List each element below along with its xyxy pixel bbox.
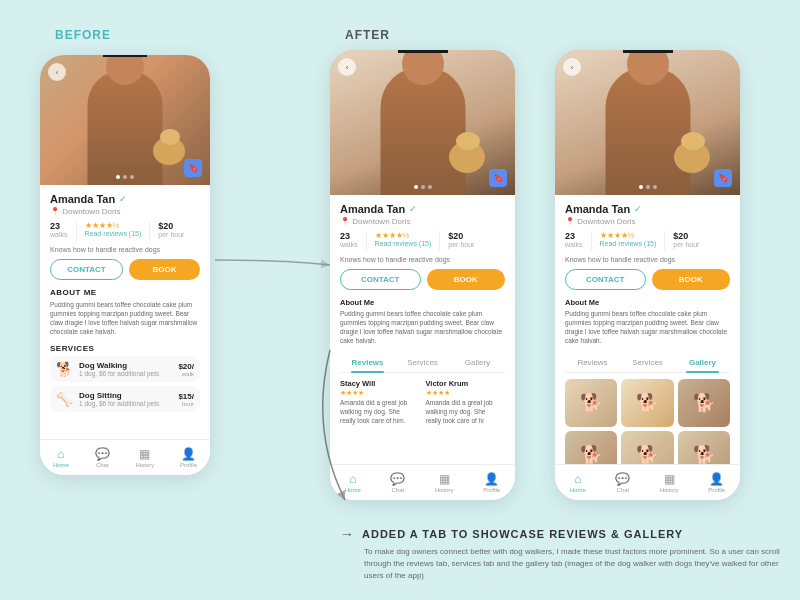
profile-name-after1: Amanda Tan: [340, 203, 405, 215]
verified-icon-after2: ✓: [634, 204, 642, 214]
nav-chat-before[interactable]: 💬 Chat: [95, 447, 110, 468]
nav-profile-after2[interactable]: 👤 Profile: [708, 472, 725, 493]
location-after1: 📍 Downtown Doris: [340, 217, 505, 226]
about-text-before: Pudding gummi bears toffee chocolate cak…: [50, 300, 200, 336]
tab-reviews-after1[interactable]: Reviews: [340, 353, 395, 372]
about-title-before: ABOUT ME: [50, 288, 200, 297]
back-button-before[interactable]: ‹: [48, 63, 66, 81]
bottom-nav-after2: ⌂ Home 💬 Chat ▦ History 👤 Profile: [555, 464, 740, 500]
gallery-item-5: [621, 431, 673, 464]
service-card-sitting: 🦴 Dog Sitting 1 dog, $6 for additional p…: [50, 386, 200, 412]
home-icon-after1: ⌂: [349, 472, 356, 486]
home-icon-before: ⌂: [57, 447, 64, 461]
gallery-item-6: [678, 431, 730, 464]
service-name-sitting: Dog Sitting: [79, 391, 172, 400]
home-icon-after2: ⌂: [574, 472, 581, 486]
nav-profile-after1[interactable]: 👤 Profile: [483, 472, 500, 493]
btn-row-before: CONTACT BOOK: [50, 259, 200, 280]
book-button-after1[interactable]: BOOK: [427, 269, 506, 290]
profile-icon-after1: 👤: [484, 472, 499, 486]
service-sub-sitting: 1 dog, $6 for additional pets: [79, 400, 172, 407]
gallery-item-2: [621, 379, 673, 427]
profile-photo-after2: ‹ 🔖: [555, 50, 740, 195]
phone-after1: ‹ 🔖 Amanda Tan ✓ 📍 Downtown Doris 23 wal…: [330, 50, 515, 500]
service-sub-walking: 1 dog, $6 for additional pets: [79, 370, 172, 377]
location-after2: 📍 Downtown Doris: [565, 217, 730, 226]
profile-photo-before: ‹ 🔖: [40, 55, 210, 185]
btn-row-after1: CONTACT BOOK: [340, 269, 505, 290]
gallery-item-3: [678, 379, 730, 427]
phone-before: ‹ 🔖 Amanda Tan ✓ 📍 Downtown Doris 23 wal…: [40, 55, 210, 475]
dog-sitting-icon: 🦴: [56, 391, 73, 407]
nav-chat-after1[interactable]: 💬 Chat: [390, 472, 405, 493]
verified-icon-before: ✓: [119, 194, 127, 204]
services-title-before: SERVICES: [50, 344, 200, 353]
nav-history-after1[interactable]: ▦ History: [435, 472, 454, 493]
phone-after2: ‹ 🔖 Amanda Tan ✓ 📍 Downtown Doris 23 wal…: [555, 50, 740, 500]
verified-icon-after1: ✓: [409, 204, 417, 214]
bottom-nav-before: ⌂ Home 💬 Chat ▦ History 👤 Profile: [40, 439, 210, 475]
photo-dots-before: [116, 175, 134, 179]
knows-text-after2: Knows how to handle reactive dogs: [565, 256, 730, 263]
annotation-arrow-row: → ADDED A TAB TO SHOWCASE REVIEWS & GALL…: [340, 526, 780, 542]
nav-home-after1[interactable]: ⌂ Home: [345, 472, 361, 493]
back-button-after1[interactable]: ‹: [338, 58, 356, 76]
tabs-row-after2: Reviews Services Gallery: [565, 353, 730, 373]
review-card-2: Victor Krum ★★★★ Amanda did a great job …: [426, 379, 500, 425]
profile-content-after1: Amanda Tan ✓ 📍 Downtown Doris 23 walks ★…: [330, 195, 515, 464]
history-icon-after2: ▦: [664, 472, 675, 486]
stats-row-after1: 23 walks ★★★★½ Read reviews (15) $20 per…: [340, 231, 505, 251]
nav-home-after2[interactable]: ⌂ Home: [570, 472, 586, 493]
tab-reviews-after2[interactable]: Reviews: [565, 353, 620, 372]
reviews-container-after1: Stacy Will ★★★★ Amanda did a great job w…: [330, 379, 515, 425]
bookmark-button-after2[interactable]: 🔖: [714, 169, 732, 187]
location-before: 📍 Downtown Doris: [50, 207, 200, 216]
back-button-after2[interactable]: ‹: [563, 58, 581, 76]
gallery-grid-after2: [555, 379, 740, 464]
about-text-after1: About Me Pudding gummi bears toffee choc…: [340, 298, 505, 345]
nav-history-before[interactable]: ▦ History: [136, 447, 155, 468]
profile-info-after1: Amanda Tan ✓ 📍 Downtown Doris 23 walks ★…: [330, 195, 515, 345]
annotation-title: ADDED A TAB TO SHOWCASE REVIEWS & GALLER…: [362, 528, 683, 540]
dog-walking-icon: 🐕: [56, 361, 73, 377]
tabs-row-after1: Reviews Services Gallery: [340, 353, 505, 373]
photo-dots-after2: [639, 185, 657, 189]
annotation-desc: To make dog owners connect better with d…: [340, 546, 780, 582]
history-icon-after1: ▦: [439, 472, 450, 486]
photo-dots-after1: [414, 185, 432, 189]
gallery-item-1: [565, 379, 617, 427]
service-card-walking: 🐕 Dog Walking 1 dog, $6 for additional p…: [50, 356, 200, 382]
book-button-after2[interactable]: BOOK: [652, 269, 731, 290]
about-text-after2: About Me Pudding gummi bears toffee choc…: [565, 298, 730, 345]
knows-text-after1: Knows how to handle reactive dogs: [340, 256, 505, 263]
tab-gallery-after2[interactable]: Gallery: [675, 353, 730, 372]
tab-services-after1[interactable]: Services: [395, 353, 450, 372]
profile-icon-after2: 👤: [709, 472, 724, 486]
book-button-before[interactable]: BOOK: [129, 259, 200, 280]
chat-icon-after1: 💬: [390, 472, 405, 486]
nav-profile-before[interactable]: 👤 Profile: [180, 447, 197, 468]
before-label: BEFORE: [55, 28, 111, 42]
gallery-item-4: [565, 431, 617, 464]
tab-services-after2[interactable]: Services: [620, 353, 675, 372]
chat-icon-after2: 💬: [615, 472, 630, 486]
nav-chat-after2[interactable]: 💬 Chat: [615, 472, 630, 493]
bookmark-button-after1[interactable]: 🔖: [489, 169, 507, 187]
tab-gallery-after1[interactable]: Gallery: [450, 353, 505, 372]
stars-before: ★★★★½: [85, 221, 120, 230]
nav-home-before[interactable]: ⌂ Home: [53, 447, 69, 468]
bookmark-button-before[interactable]: 🔖: [184, 159, 202, 177]
profile-photo-after1: ‹ 🔖: [330, 50, 515, 195]
nav-history-after2[interactable]: ▦ History: [660, 472, 679, 493]
annotation-box: → ADDED A TAB TO SHOWCASE REVIEWS & GALL…: [340, 526, 780, 582]
profile-info-before: Amanda Tan ✓ 📍 Downtown Doris 23 walks ★…: [40, 185, 210, 412]
profile-icon-before: 👤: [181, 447, 196, 461]
review-card-1: Stacy Will ★★★★ Amanda did a great job w…: [340, 379, 414, 425]
profile-name-before: Amanda Tan: [50, 193, 115, 205]
bottom-nav-after1: ⌂ Home 💬 Chat ▦ History 👤 Profile: [330, 464, 515, 500]
contact-button-before[interactable]: CONTACT: [50, 259, 123, 280]
contact-button-after2[interactable]: CONTACT: [565, 269, 646, 290]
knows-text-before: Knows how to handle reactive dogs: [50, 246, 200, 253]
contact-button-after1[interactable]: CONTACT: [340, 269, 421, 290]
service-name-walking: Dog Walking: [79, 361, 172, 370]
